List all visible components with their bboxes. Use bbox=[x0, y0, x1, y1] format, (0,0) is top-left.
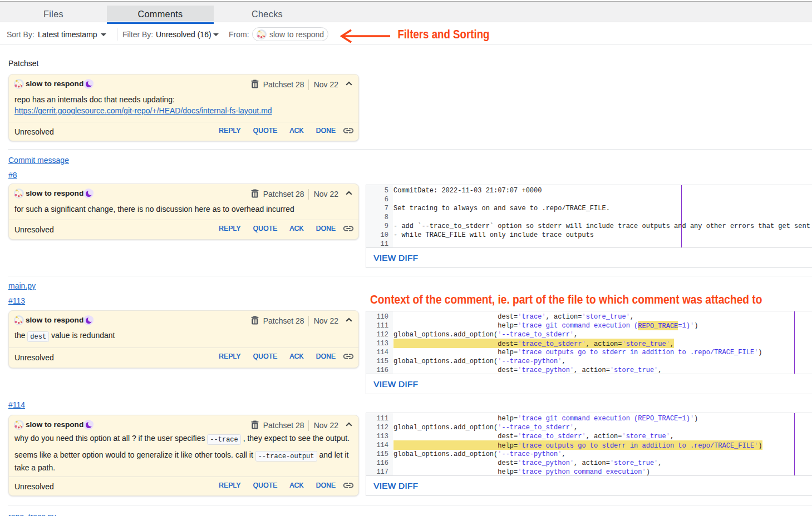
svg-text:Context of the comment, ie. pa: Context of the comment, ie. part of the … bbox=[370, 292, 762, 306]
